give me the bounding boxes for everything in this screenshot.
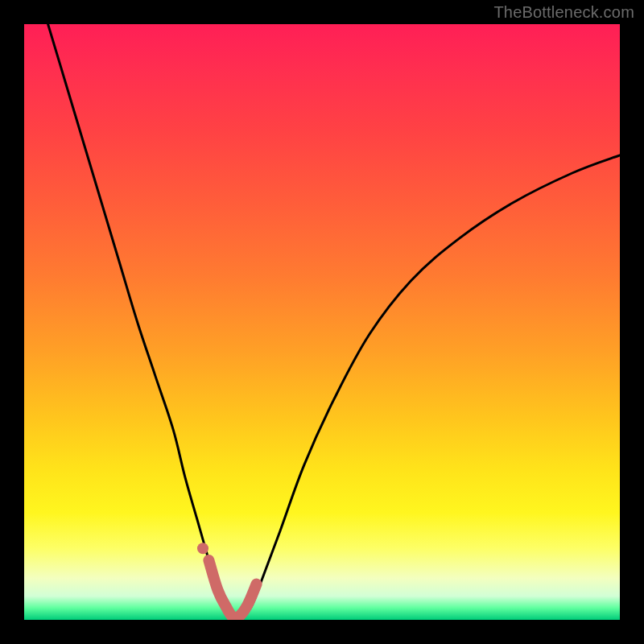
bottleneck-valley-dot: [197, 543, 208, 554]
chart-stage: TheBottleneck.com: [0, 0, 644, 644]
bottleneck-valley-highlight: [208, 560, 256, 618]
bottleneck-curve: [48, 24, 620, 618]
plot-area: [24, 24, 620, 620]
chart-svg: [24, 24, 620, 620]
watermark-text: TheBottleneck.com: [493, 3, 634, 22]
